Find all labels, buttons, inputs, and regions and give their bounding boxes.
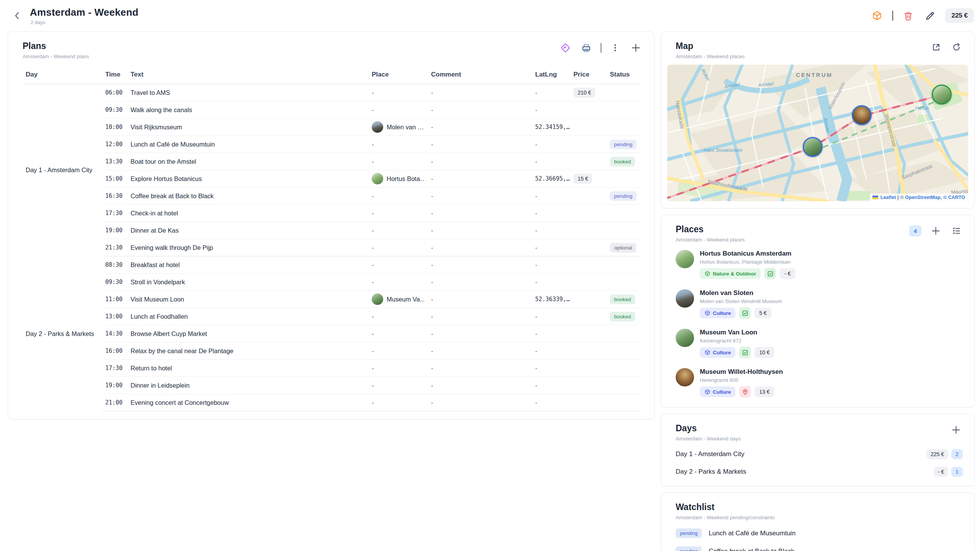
plan-row[interactable]: 13:00Lunch at Foodhallen---booked bbox=[23, 308, 640, 325]
place-list-item[interactable]: Museum Willet-Holthuysen Herengracht 605… bbox=[661, 363, 974, 403]
plan-row[interactable]: 17:30Check-in at hotel--- bbox=[23, 205, 640, 222]
plan-time: 16:00 bbox=[102, 342, 127, 360]
leaflet-link[interactable]: Leaflet bbox=[880, 195, 896, 200]
plan-row[interactable]: Day 2 - Parks & Markets08:30Breakfast at… bbox=[23, 256, 640, 274]
plan-row[interactable]: 17:30Return to hotel--- bbox=[23, 360, 640, 377]
trip-title: Amsterdam - Weekend bbox=[30, 7, 139, 18]
map-marker-hortus-botanicus[interactable] bbox=[932, 85, 952, 104]
day-count-badge: 1 bbox=[951, 467, 963, 477]
carto-link[interactable]: © CARTO bbox=[943, 195, 965, 200]
places-list-view-button[interactable] bbox=[950, 225, 963, 237]
plan-latlng: 52.36339,… bbox=[532, 291, 570, 308]
watch-item-text: Coffee break at Back to Black bbox=[709, 548, 794, 551]
watchlist-item[interactable]: pending Lunch at Café de Museumtuin bbox=[661, 524, 974, 542]
plan-row[interactable]: 16:30Coffee break at Back to Black---pen… bbox=[23, 187, 640, 205]
delete-trip-button[interactable] bbox=[902, 9, 915, 23]
place-list-item[interactable]: Molen van Sloten Molen van Sloten Windmi… bbox=[661, 284, 974, 324]
trip-total-badge: 225 € bbox=[945, 8, 974, 23]
map-attribution: Leaflet | © OpenStreetMap, © CARTO bbox=[870, 194, 968, 201]
plan-price bbox=[570, 377, 607, 394]
add-day-button[interactable] bbox=[949, 423, 963, 437]
place-list-item[interactable]: Hortus Botanicus Amsterdam Hortus Botani… bbox=[661, 245, 974, 284]
watch-status-badge: pending bbox=[676, 528, 702, 538]
plans-menu-button[interactable] bbox=[609, 42, 621, 54]
plan-row[interactable]: 15:00Explore Hortus BotanicusHortus Bota… bbox=[23, 170, 640, 187]
plan-comment: - bbox=[428, 119, 532, 136]
plan-text: Lunch at Foodhallen bbox=[127, 308, 369, 325]
plan-text: Evening concert at Concertgebouw bbox=[127, 394, 369, 411]
add-place-button[interactable] bbox=[929, 224, 942, 238]
plan-row[interactable]: Day 1 - Amsterdam City06:00Travel to AMS… bbox=[23, 84, 640, 101]
plan-text: Coffee break at Back to Black bbox=[127, 187, 369, 205]
plan-text: Evening walk through De Pijp bbox=[127, 239, 369, 256]
map-marker-museum-van-loon[interactable] bbox=[803, 137, 823, 157]
plan-status bbox=[607, 377, 640, 394]
plan-text: Walk along the canals bbox=[127, 101, 369, 119]
plan-comment: - bbox=[428, 239, 532, 256]
print-button[interactable] bbox=[580, 41, 593, 55]
plan-text: Stroll in Vondelpark bbox=[127, 274, 369, 291]
category-badge: Nature & Outdoor bbox=[700, 268, 761, 279]
watchlist-subtitle: Amsterdam - Weekend pending/constraints bbox=[676, 515, 775, 520]
place-state-badge bbox=[764, 268, 776, 279]
plan-time: 19:00 bbox=[102, 222, 127, 239]
plan-row[interactable]: 16:00Relax by the canal near De Plantage… bbox=[23, 342, 640, 360]
route-optimize-button[interactable] bbox=[559, 41, 572, 54]
add-plan-button[interactable] bbox=[629, 41, 643, 55]
plan-latlng: - bbox=[532, 325, 570, 342]
watchlist-item[interactable]: pending Coffee break at Back to Black bbox=[661, 542, 974, 551]
place-address: Hortus Botanicus, Plantage Middenlaan bbox=[700, 259, 795, 265]
plan-text: Visit Museum Loon bbox=[127, 291, 369, 308]
plan-price bbox=[570, 360, 607, 377]
place-list-item[interactable]: Museum Van Loon Keizersgracht 672 Cultur… bbox=[661, 324, 974, 363]
plan-status: optional bbox=[607, 239, 640, 256]
plan-comment: - bbox=[428, 256, 532, 274]
map-refresh-button[interactable] bbox=[950, 41, 963, 54]
plan-row[interactable]: 09:30Walk along the canals--- bbox=[23, 101, 640, 119]
plan-status bbox=[607, 394, 640, 411]
plan-row[interactable]: 13:30Boat tour on the Amstel---booked bbox=[23, 153, 640, 170]
map-marker-museum-willet-holthuysen[interactable] bbox=[852, 105, 872, 125]
plan-comment: - bbox=[428, 308, 532, 325]
category-badge: Culture bbox=[700, 308, 735, 318]
day-list-item[interactable]: Day 2 - Parks & Markets - € 1 bbox=[661, 463, 974, 481]
plan-place: - bbox=[369, 84, 428, 101]
plan-place: - bbox=[369, 256, 428, 274]
plan-status bbox=[607, 101, 640, 119]
plan-price bbox=[570, 274, 607, 291]
col-status: Status bbox=[607, 67, 640, 84]
plan-row[interactable]: 14:30Browse Albert Cuyp Market--- bbox=[23, 325, 640, 342]
plan-status bbox=[607, 342, 640, 360]
map-expand-button[interactable] bbox=[930, 41, 942, 54]
plan-price bbox=[570, 136, 607, 153]
plan-row[interactable]: 10:00Visit RijksmuseumMolen van …-52.341… bbox=[23, 119, 640, 136]
cube-icon bbox=[704, 271, 710, 277]
plan-row[interactable]: 21:00Evening concert at Concertgebouw--- bbox=[23, 394, 640, 411]
watchlist-title: Watchlist bbox=[676, 502, 775, 512]
plan-price bbox=[570, 342, 607, 360]
edit-trip-button[interactable] bbox=[923, 9, 937, 23]
back-button[interactable] bbox=[10, 8, 24, 23]
plan-price bbox=[570, 222, 607, 239]
map-canvas[interactable]: CENTRUM Amstel Amstel Rokin Amstel Water… bbox=[667, 65, 968, 201]
plan-text: Check-in at hotel bbox=[127, 205, 369, 222]
plan-latlng: 52.36695,… bbox=[532, 170, 570, 187]
plan-row[interactable]: 19:00Dinner in Leidseplein--- bbox=[23, 377, 640, 394]
col-time: Time bbox=[102, 67, 127, 84]
day-price-badge: 225 € bbox=[926, 449, 948, 459]
package-button[interactable] bbox=[870, 9, 884, 23]
plan-row[interactable]: 11:00Visit Museum LoonMuseum Va…-52.3633… bbox=[23, 291, 640, 308]
plan-status bbox=[607, 222, 640, 239]
plan-row[interactable]: 12:00Lunch at Café de Museumtuin---pendi… bbox=[23, 136, 640, 153]
plan-place: - bbox=[369, 274, 428, 291]
plan-row[interactable]: 09:30Stroll in Vondelpark--- bbox=[23, 274, 640, 291]
plan-price bbox=[570, 205, 607, 222]
day-list-item[interactable]: Day 1 - Amsterdam City 225 € 2 bbox=[661, 445, 974, 463]
plan-row[interactable]: 21:30Evening walk through De Pijp---opti… bbox=[23, 239, 640, 256]
plan-time: 16:30 bbox=[102, 187, 127, 205]
plan-row[interactable]: 19:00Dinner at De Kas--- bbox=[23, 222, 640, 239]
osm-link[interactable]: © OpenStreetMap, bbox=[900, 195, 942, 200]
category-badge: Culture bbox=[700, 386, 735, 397]
cube-icon bbox=[704, 349, 710, 355]
route-diamond-icon bbox=[560, 43, 570, 53]
